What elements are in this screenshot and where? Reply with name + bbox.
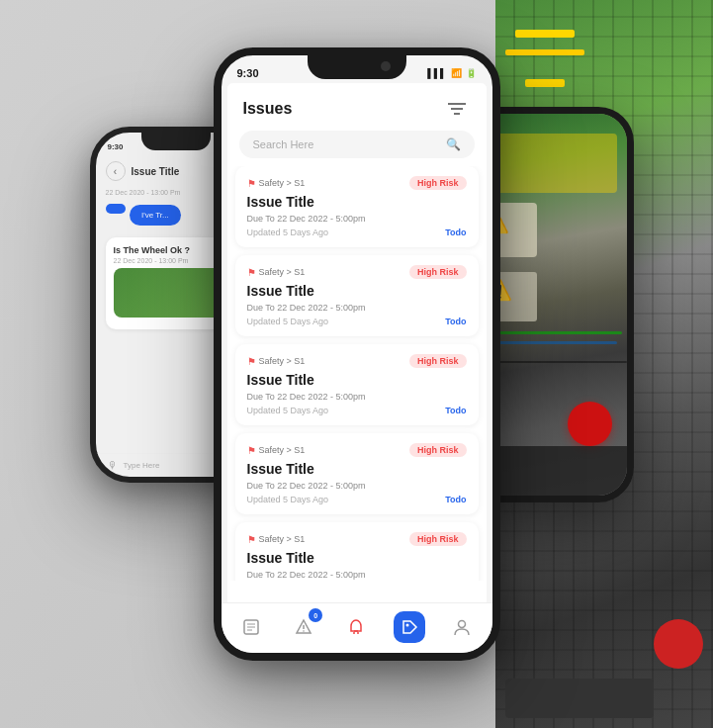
red-button-circle (568, 402, 612, 446)
bottom-navigation: 0 (222, 602, 492, 653)
left-phone-time: 9:30 (108, 142, 124, 151)
updated-text: Updated 5 Days Ago (247, 317, 329, 326)
breadcrumb-icon: ⚑ (247, 445, 256, 456)
risk-badge: High Risk (409, 176, 467, 190)
breadcrumb-text: Safety > S1 (259, 534, 306, 544)
updated-text: Updated 5 Days Ago (247, 406, 329, 415)
red-button (654, 619, 703, 669)
breadcrumb-icon: ⚑ (247, 356, 256, 367)
svg-point-11 (353, 632, 355, 634)
nav-item-alerts[interactable]: 0 (288, 611, 319, 643)
breadcrumb-text: Safety > S1 (259, 267, 306, 277)
breadcrumb-text: Safety > S1 (259, 178, 306, 188)
alerts-badge: 0 (309, 608, 322, 622)
card-footer: Updated 5 Days Ago Todo (247, 495, 467, 504)
filter-button[interactable] (443, 95, 471, 123)
mic-icon[interactable]: 🎙 (108, 460, 118, 471)
search-placeholder: Search Here (253, 138, 440, 150)
breadcrumb-text: Safety > S1 (259, 356, 306, 366)
nav-item-tasks[interactable] (235, 611, 267, 643)
issue-title: Issue Title (247, 372, 467, 388)
card-header: ⚑ Safety > S1 High Risk (247, 354, 467, 368)
search-bar[interactable]: Search Here 🔍 (239, 131, 475, 158)
status-badge: Todo (445, 317, 466, 326)
left-phone-title: Issue Title (132, 166, 180, 177)
tasks-icon (235, 611, 267, 643)
risk-badge: High Risk (409, 443, 467, 457)
signal-icon: ▌▌▌ (427, 68, 446, 78)
breadcrumb-text: Safety > S1 (259, 445, 306, 455)
risk-badge: High Risk (409, 532, 467, 546)
breadcrumb: ⚑ Safety > S1 (247, 267, 306, 278)
issue-title: Issue Title (247, 194, 467, 210)
due-date: Due To 22 Dec 2022 - 5:00pm (247, 570, 467, 580)
issue-card[interactable]: ⚑ Safety > S1 High Risk Issue Title Due … (235, 433, 479, 514)
card-footer: Updated 5 Days Ago Todo (247, 406, 467, 415)
app-screen: Issues Search Here 🔍 ⚑ Safety > (227, 83, 487, 611)
issue-title: Issue Title (247, 461, 467, 477)
issue-title: Issue Title (247, 550, 467, 566)
breadcrumb: ⚑ Safety > S1 (247, 534, 306, 545)
app-header: Issues (227, 83, 487, 131)
nav-item-profile[interactable] (446, 611, 478, 643)
phones-container: 9:30 ●●● ‹ Issue Title 22 Dec 2020 - 13:… (80, 28, 634, 700)
camera-icon (381, 61, 391, 71)
svg-point-14 (458, 621, 465, 628)
svg-point-12 (357, 632, 359, 634)
issue-card[interactable]: ⚑ Safety > S1 High Risk Issue Title Due … (235, 522, 479, 581)
due-date: Due To 22 Dec 2022 - 5:00pm (247, 214, 467, 224)
issue-card[interactable]: ⚑ Safety > S1 High Risk Issue Title Due … (235, 255, 479, 336)
tags-icon (394, 611, 425, 643)
risk-badge: High Risk (409, 354, 467, 368)
profile-icon (446, 611, 478, 643)
card-footer: Updated 5 Days Ago Todo (247, 317, 467, 326)
center-phone-notch (308, 55, 406, 79)
search-icon: 🔍 (446, 137, 461, 151)
card-header: ⚑ Safety > S1 High Risk (247, 532, 467, 546)
due-date: Due To 22 Dec 2022 - 5:00pm (247, 392, 467, 402)
center-phone-time: 9:30 (237, 67, 259, 79)
center-phone: 9:30 ▌▌▌ 📶 🔋 Issues Search Here (214, 47, 500, 661)
svg-point-9 (303, 630, 305, 632)
due-date: Due To 22 Dec 2022 - 5:00pm (247, 481, 467, 491)
blue-button[interactable] (106, 204, 126, 214)
issue-title: Issue Title (247, 283, 467, 299)
ive-tried-button[interactable]: I've Tr... (130, 205, 181, 226)
issues-list: ⚑ Safety > S1 High Risk Issue Title Due … (227, 166, 487, 581)
card-header: ⚑ Safety > S1 High Risk (247, 176, 467, 190)
breadcrumb: ⚑ Safety > S1 (247, 356, 306, 367)
nav-item-tags[interactable] (394, 611, 425, 643)
updated-text: Updated 5 Days Ago (247, 495, 329, 504)
issue-card[interactable]: ⚑ Safety > S1 High Risk Issue Title Due … (235, 166, 479, 247)
breadcrumb-icon: ⚑ (247, 178, 256, 189)
risk-badge: High Risk (409, 265, 467, 279)
nav-item-notifications[interactable] (340, 611, 372, 643)
breadcrumb: ⚑ Safety > S1 (247, 178, 306, 189)
svg-point-13 (405, 624, 408, 627)
breadcrumb-icon: ⚑ (247, 267, 256, 278)
back-button[interactable]: ‹ (106, 161, 126, 181)
breadcrumb-icon: ⚑ (247, 534, 256, 545)
due-date: Due To 22 Dec 2022 - 5:00pm (247, 303, 467, 313)
status-badge: Todo (445, 406, 466, 415)
wifi-icon: 📶 (451, 68, 462, 78)
breadcrumb: ⚑ Safety > S1 (247, 445, 306, 456)
status-indicators: ▌▌▌ 📶 🔋 (427, 68, 476, 78)
status-badge: Todo (445, 495, 466, 504)
left-phone-notch (141, 133, 211, 150)
issue-card[interactable]: ⚑ Safety > S1 High Risk Issue Title Due … (235, 344, 479, 425)
card-header: ⚑ Safety > S1 High Risk (247, 265, 467, 279)
notifications-icon (340, 611, 372, 643)
status-badge: Todo (445, 228, 466, 237)
card-header: ⚑ Safety > S1 High Risk (247, 443, 467, 457)
app-title: Issues (243, 100, 293, 118)
updated-text: Updated 5 Days Ago (247, 228, 329, 237)
battery-icon: 🔋 (466, 68, 477, 78)
card-footer: Updated 5 Days Ago Todo (247, 228, 467, 237)
